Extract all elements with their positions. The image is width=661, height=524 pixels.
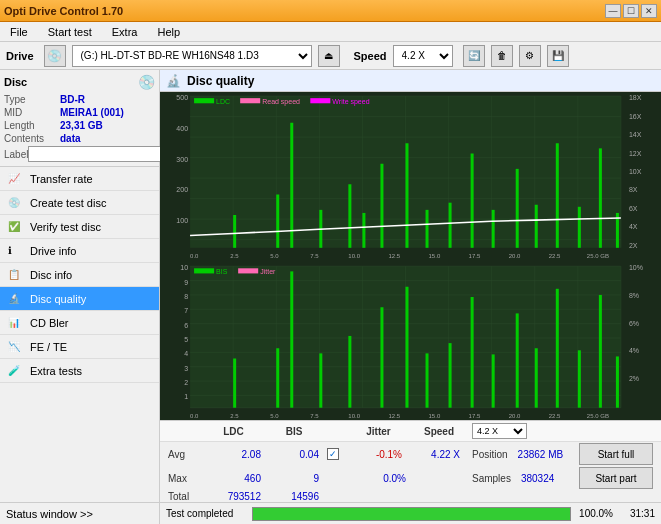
close-button[interactable]: ✕ [641, 4, 657, 18]
disc-length-value: 23,31 GB [60, 120, 155, 131]
disc-length-label: Length [4, 120, 60, 131]
eject-button[interactable]: ⏏ [318, 45, 340, 67]
svg-text:9: 9 [184, 279, 188, 287]
svg-text:7: 7 [184, 307, 188, 315]
samples-val: 380324 [521, 473, 554, 484]
start-full-button[interactable]: Start full [579, 443, 653, 465]
svg-text:500: 500 [176, 94, 188, 102]
svg-rect-54 [556, 143, 559, 248]
minimize-button[interactable]: — [605, 4, 621, 18]
svg-text:2%: 2% [629, 375, 640, 383]
speed-label: Speed [354, 50, 387, 62]
transfer-rate-icon: 📈 [8, 173, 24, 184]
sidebar-item-extra-tests[interactable]: 🧪 Extra tests [0, 359, 159, 383]
svg-text:5.0: 5.0 [270, 252, 279, 259]
svg-text:4: 4 [184, 350, 188, 358]
disc-label-row: Label ✎ [4, 146, 155, 162]
svg-text:5: 5 [184, 336, 188, 344]
svg-rect-46 [380, 164, 383, 248]
svg-text:Read speed: Read speed [262, 98, 300, 106]
sidebar-item-drive-info[interactable]: ℹ Drive info [0, 239, 159, 263]
svg-text:2: 2 [184, 379, 188, 387]
total-ldc: 793512 [206, 491, 261, 502]
disc-contents-row: Contents data [4, 133, 155, 144]
sidebar-item-disc-info[interactable]: 📋 Disc info [0, 263, 159, 287]
drive-info-icon: ℹ [8, 245, 24, 256]
drive-action-btn2[interactable]: 🗑 [491, 45, 513, 67]
drive-icon: 💿 [44, 45, 66, 67]
sidebar-item-cd-bler[interactable]: 📊 CD Bler [0, 311, 159, 335]
speed-select-stats[interactable]: 4.2 X [472, 423, 527, 439]
disc-mid-row: MID MEIRA1 (001) [4, 107, 155, 118]
content-area: 🔬 Disc quality [160, 70, 661, 524]
svg-text:16X: 16X [629, 113, 642, 121]
svg-text:0.0: 0.0 [190, 252, 199, 259]
svg-rect-108 [238, 268, 258, 273]
disc-contents-value: data [60, 133, 155, 144]
menu-start-test[interactable]: Start test [42, 24, 98, 40]
disc-info-icon: 📋 [8, 269, 24, 280]
drive-select[interactable]: (G:) HL-DT-ST BD-RE WH16NS48 1.D3 [72, 45, 312, 67]
svg-text:200: 200 [176, 186, 188, 194]
sidebar-item-transfer-rate[interactable]: 📈 Transfer rate [0, 167, 159, 191]
disc-type-label: Type [4, 94, 60, 105]
bottom-panel: LDC BIS Jitter Speed 4.2 X Avg 2.08 0.04… [160, 420, 661, 502]
max-jitter: 0.0% [351, 473, 406, 484]
svg-text:1: 1 [184, 393, 188, 401]
svg-rect-41 [276, 195, 279, 248]
sidebar-item-create-test-disc[interactable]: 💿 Create test disc [0, 191, 159, 215]
disc-quality-icon: 🔬 [8, 293, 24, 304]
svg-rect-36 [240, 98, 260, 103]
status-window[interactable]: Status window >> [0, 502, 159, 524]
drive-action-btn3[interactable]: ⚙ [519, 45, 541, 67]
main-layout: Disc 💿 Type BD-R MID MEIRA1 (001) Length… [0, 70, 661, 524]
svg-rect-116 [405, 287, 408, 408]
create-test-disc-icon: 💿 [8, 197, 24, 208]
drive-action-btn1[interactable]: 🔄 [463, 45, 485, 67]
svg-text:0.0: 0.0 [190, 412, 199, 419]
svg-text:17.5: 17.5 [469, 252, 481, 259]
progress-bar-fill [253, 508, 570, 520]
svg-text:5.0: 5.0 [270, 412, 279, 419]
disc-panel: Disc 💿 Type BD-R MID MEIRA1 (001) Length… [0, 70, 159, 167]
menu-help[interactable]: Help [151, 24, 186, 40]
total-bis: 14596 [269, 491, 319, 502]
svg-text:7.5: 7.5 [310, 252, 319, 259]
sidebar-item-verify-test-disc[interactable]: ✅ Verify test disc [0, 215, 159, 239]
window-controls[interactable]: — ☐ ✕ [605, 4, 657, 18]
dq-icon: 🔬 [166, 74, 181, 88]
progress-status: Test completed [166, 508, 246, 519]
progress-time: 31:31 [619, 508, 655, 519]
svg-rect-121 [516, 313, 519, 407]
drive-bar: Drive 💿 (G:) HL-DT-ST BD-RE WH16NS48 1.D… [0, 42, 661, 70]
disc-label-input[interactable] [28, 146, 161, 162]
disc-mid-value: MEIRA1 (001) [60, 107, 155, 118]
sidebar-item-disc-quality[interactable]: 🔬 Disc quality [0, 287, 159, 311]
avg-label: Avg [168, 449, 198, 460]
svg-rect-40 [233, 215, 236, 248]
jitter-checkbox[interactable]: ✓ [327, 448, 339, 460]
total-label: Total [168, 491, 198, 502]
start-part-button[interactable]: Start part [579, 467, 653, 489]
sidebar-item-fe-te[interactable]: 📉 FE / TE [0, 335, 159, 359]
maximize-button[interactable]: ☐ [623, 4, 639, 18]
svg-rect-52 [516, 169, 519, 248]
menu-extra[interactable]: Extra [106, 24, 144, 40]
menu-file[interactable]: File [4, 24, 34, 40]
svg-text:25.0 GB: 25.0 GB [587, 412, 609, 419]
speed-select-drive[interactable]: 4.2 X [393, 45, 453, 67]
svg-rect-48 [426, 210, 429, 248]
svg-text:15.0: 15.0 [429, 252, 441, 259]
svg-text:4X: 4X [629, 223, 638, 231]
svg-text:7.5: 7.5 [310, 412, 319, 419]
drive-action-btn4[interactable]: 💾 [547, 45, 569, 67]
svg-text:2.5: 2.5 [230, 412, 239, 419]
col-ldc-header: LDC [206, 426, 261, 437]
svg-rect-118 [449, 343, 452, 408]
extra-tests-icon: 🧪 [8, 365, 24, 376]
disc-type-row: Type BD-R [4, 94, 155, 105]
title-bar: Opti Drive Control 1.70 — ☐ ✕ [0, 0, 661, 22]
charts-area: 500 400 300 200 100 18X 16X 14X 12X 10X … [160, 92, 661, 420]
samples-label: Samples [472, 473, 511, 484]
disc-header: Disc 💿 [4, 74, 155, 90]
